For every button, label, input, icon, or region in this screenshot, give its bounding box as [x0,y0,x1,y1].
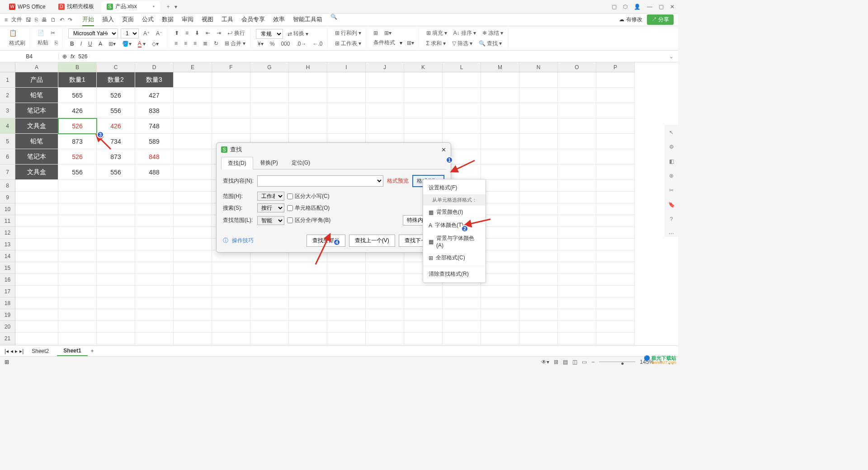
cell-A15[interactable] [15,262,58,274]
tab-efficiency[interactable]: 效率 [273,14,285,26]
cell-J19[interactable] [366,309,404,321]
inc-decimal-button[interactable]: .0→ [294,40,308,48]
cell-D14[interactable] [135,250,174,262]
cell-P2[interactable] [596,88,635,103]
view-normal-icon[interactable]: ⊞ [554,359,558,365]
menu-icon[interactable]: ≡ [5,17,8,23]
row-header-3[interactable]: 3 [0,103,15,118]
cell-K21[interactable] [404,333,443,344]
cell-D7[interactable]: 488 [135,164,174,180]
row-header-8[interactable]: 8 [0,180,15,192]
cell-P8[interactable] [596,180,635,192]
highlight-button[interactable]: ◇▾ [150,40,160,48]
cell-A1[interactable]: 产品 [15,72,58,88]
cell-E1[interactable] [174,72,212,88]
underline-button[interactable]: U [86,40,94,48]
cell-H4[interactable] [289,118,327,134]
tab-tools[interactable]: 工具 [222,14,233,26]
cell-M3[interactable] [481,103,519,118]
strike-button[interactable]: A̶ [97,40,104,48]
tab-document[interactable]: S产品.xlsx• [101,1,160,12]
col-header-J[interactable]: J [366,62,404,72]
cell-B2[interactable]: 565 [58,88,97,103]
cell-M10[interactable] [481,203,519,215]
cut-button[interactable]: ✂ [49,29,57,37]
close-window-button[interactable]: ✕ [670,4,675,10]
cell-J17[interactable] [366,286,404,297]
cell-J16[interactable] [366,274,404,286]
cell-M19[interactable] [481,309,519,321]
comma-button[interactable]: 000 [279,40,292,48]
col-header-L[interactable]: L [443,62,481,72]
match-width-checkbox[interactable]: 区分全/半角(B) [287,216,330,224]
cell-P18[interactable] [596,297,635,309]
cell-B6[interactable]: 526 [58,149,97,164]
cell-M1[interactable] [481,72,519,88]
orientation-button[interactable]: ↻ [212,39,220,47]
italic-button[interactable]: I [79,40,84,48]
sheet-nav-prev[interactable]: ◂ [10,348,13,354]
cell-P1[interactable] [596,72,635,88]
row-header-10[interactable]: 10 [0,203,15,215]
cell-B14[interactable] [58,250,97,262]
row-header-21[interactable]: 21 [0,333,15,344]
align-bottom-button[interactable]: ⬇ [193,29,201,37]
indent-left-button[interactable]: ⇤ [204,29,212,37]
cell-F1[interactable] [212,72,250,88]
cell-P12[interactable] [596,227,635,239]
cell-C5[interactable]: 734 [97,134,135,149]
tab-wps[interactable]: WWPS Office [4,2,51,12]
justify-button[interactable]: ≣ [201,39,209,47]
cell-reference[interactable]: B4 [0,53,59,60]
cell-C16[interactable] [97,274,135,286]
expand-icon[interactable]: ⊕ [62,53,67,60]
cell-G21[interactable] [250,333,289,344]
cell-P16[interactable] [596,274,635,286]
cell-K3[interactable] [404,103,443,118]
cell-I17[interactable] [327,286,366,297]
cell-L20[interactable] [443,321,481,333]
tab-template[interactable]: D找稻壳模板 [53,1,99,12]
cell-N1[interactable] [519,72,558,88]
paste-label[interactable]: 粘贴 [36,38,50,47]
cell-J18[interactable] [366,297,404,309]
cell-M7[interactable] [481,164,519,180]
cell-O13[interactable] [558,239,596,250]
cell-P19[interactable] [596,309,635,321]
fx-label[interactable]: fx [71,53,75,60]
cell-O7[interactable] [558,164,596,180]
cell-E11[interactable] [174,215,212,227]
cell-C18[interactable] [97,297,135,309]
cell-M15[interactable] [481,262,519,274]
row-header-19[interactable]: 19 [0,309,15,321]
select-all-corner[interactable] [0,62,15,72]
col-header-A[interactable]: A [15,62,58,72]
cell-O5[interactable] [558,134,596,149]
menu-bg-font-color[interactable]: ▦背景与字体颜色(A) [423,232,486,251]
font-size-select[interactable]: 10 [121,28,139,38]
cell-J1[interactable] [366,72,404,88]
redo-icon[interactable]: ↷ [68,17,72,23]
cell-E21[interactable] [174,333,212,344]
cell-A13[interactable] [15,239,58,250]
cell-G15[interactable] [250,262,289,274]
row-header-4[interactable]: 4 [0,118,15,134]
cell-N21[interactable] [519,333,558,344]
row-header-7[interactable]: 7 [0,164,15,180]
cell-I2[interactable] [327,88,366,103]
cell-C14[interactable] [97,250,135,262]
align-left-button[interactable]: ≡ [173,39,179,47]
cell-O21[interactable] [558,333,596,344]
cell-N9[interactable] [519,192,558,203]
cell-E3[interactable] [174,103,212,118]
cell-B4[interactable]: 526 [58,118,97,134]
menu-bg-color[interactable]: ▦背景颜色(I) [423,206,486,219]
cell-D15[interactable] [135,262,174,274]
cell-O16[interactable] [558,274,596,286]
view-page-icon[interactable]: ▤ [563,359,568,365]
cell-P20[interactable] [596,321,635,333]
cell-I19[interactable] [327,309,366,321]
cell-D18[interactable] [135,297,174,309]
cell-D20[interactable] [135,321,174,333]
worksheet-button[interactable]: ⊞ 工作表▾ [333,39,363,48]
